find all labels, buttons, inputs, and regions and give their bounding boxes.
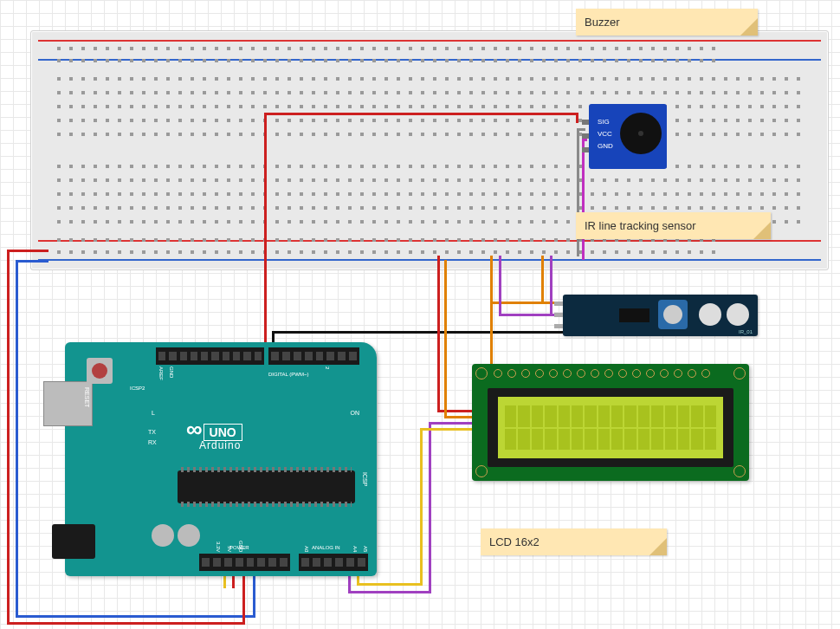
- wire-gnd-blue: [253, 576, 255, 618]
- buzzer-pin-vcc: VCC: [598, 128, 613, 140]
- potentiometer-icon: [658, 300, 688, 329]
- ir-receiver-icon: [727, 303, 749, 326]
- power-header[interactable]: [199, 554, 290, 571]
- ir-pins: [554, 302, 563, 328]
- tx-led-label: TX: [148, 429, 156, 435]
- bb-top-power: [57, 44, 821, 65]
- reset-button[interactable]: [87, 358, 113, 384]
- buzzer-module: SIG VCC GND: [589, 104, 667, 169]
- buzzer-pin-gnd: GND: [598, 140, 613, 152]
- buzzer-pins: [582, 120, 589, 152]
- pin-gnd: GND: [169, 366, 174, 378]
- wire-gnd-blue: [16, 260, 48, 263]
- wire-lcd-sda: [348, 576, 351, 592]
- wire-stub: [232, 576, 235, 588]
- wire-d8-red: [576, 113, 578, 123]
- mount-hole-icon: [733, 367, 746, 379]
- digital-header-right[interactable]: [268, 347, 359, 365]
- analog-label: ANALOG IN: [312, 545, 340, 550]
- wire-lcd-gnd: [444, 260, 447, 418]
- rx-led-label: RX: [148, 439, 157, 445]
- wire-stub: [223, 576, 226, 588]
- pin-5v: 5V: [227, 546, 232, 552]
- wire-5v-red: [242, 576, 245, 624]
- note-buzzer: Buzzer: [576, 9, 758, 36]
- wire-5v-red: [7, 622, 245, 625]
- infinity-icon: ∞: [186, 416, 199, 442]
- ir-label: IR_01: [739, 329, 753, 334]
- lcd-screen: [498, 397, 723, 458]
- wire-gnd-blue: [16, 260, 18, 618]
- arduino-name: Arduino: [199, 439, 241, 451]
- wire-ir-vcc: [550, 256, 552, 316]
- digital-label: DIGITAL (PWM~): [268, 372, 309, 377]
- lcd-char-grid: [505, 405, 716, 450]
- ir-comparator-icon: [619, 308, 649, 322]
- reset-label: RESET: [84, 387, 90, 407]
- wire-d8-red: [264, 113, 267, 351]
- pin-a4: A4: [352, 546, 358, 552]
- l-led-label: L: [152, 410, 155, 416]
- wire-5v-red: [7, 250, 48, 252]
- wire-ir-out: [541, 256, 544, 303]
- icsp-label: ICSP: [362, 472, 368, 486]
- on-led-label: ON: [351, 410, 360, 416]
- icsp2-label: ICSP2: [130, 386, 145, 391]
- wire-buz-gnd: [582, 139, 585, 260]
- lcd-16x2: [472, 364, 749, 481]
- wire-5v-red: [7, 250, 10, 625]
- barrel-jack-icon: [52, 524, 95, 559]
- mount-hole-icon: [475, 367, 488, 379]
- wire-ir-vcc: [499, 256, 501, 316]
- bb-tie-top: [57, 75, 821, 139]
- pin-aref: AREF: [158, 366, 164, 380]
- pin-gnd2: GND: [238, 541, 243, 552]
- analog-header[interactable]: [299, 554, 368, 571]
- pin-3v3: 3.3V: [216, 541, 221, 552]
- mount-hole-icon: [733, 465, 746, 477]
- piezo-icon: [620, 113, 662, 154]
- pin-a0: A0: [304, 546, 309, 552]
- wire-lcd-scl: [357, 583, 422, 586]
- wire-lcd-vcc: [437, 256, 440, 412]
- wire-gnd-blue: [16, 615, 255, 618]
- pin-2: 2: [325, 366, 330, 369]
- pin-a5: A5: [363, 546, 368, 552]
- buzzer-pin-sig: SIG: [598, 116, 613, 128]
- wire-lcd-sda: [348, 591, 430, 593]
- mount-hole-icon: [475, 465, 488, 477]
- wire-ir-gnd: [272, 331, 566, 334]
- wire-d8-red: [264, 113, 576, 115]
- note-lcd: LCD 16x2: [481, 528, 667, 555]
- note-ir: IR line tracking sensor: [576, 212, 771, 239]
- digital-header-left[interactable]: [156, 347, 264, 365]
- ir-emitter-icon: [699, 303, 721, 326]
- lcd-bezel: [488, 388, 733, 467]
- wire-lcd-scl: [420, 428, 423, 586]
- arduino-uno: RESET DIGITAL (PWM~) POWER ANALOG IN ∞UN…: [65, 342, 377, 576]
- wire-lcd-sda: [429, 422, 431, 593]
- atmega-chip-icon: [178, 470, 355, 503]
- lcd-pin-row: [494, 369, 710, 378]
- uno-badge: UNO: [204, 424, 242, 441]
- ir-line-sensor: IR_01: [563, 295, 758, 336]
- capacitors-icon: [152, 524, 200, 547]
